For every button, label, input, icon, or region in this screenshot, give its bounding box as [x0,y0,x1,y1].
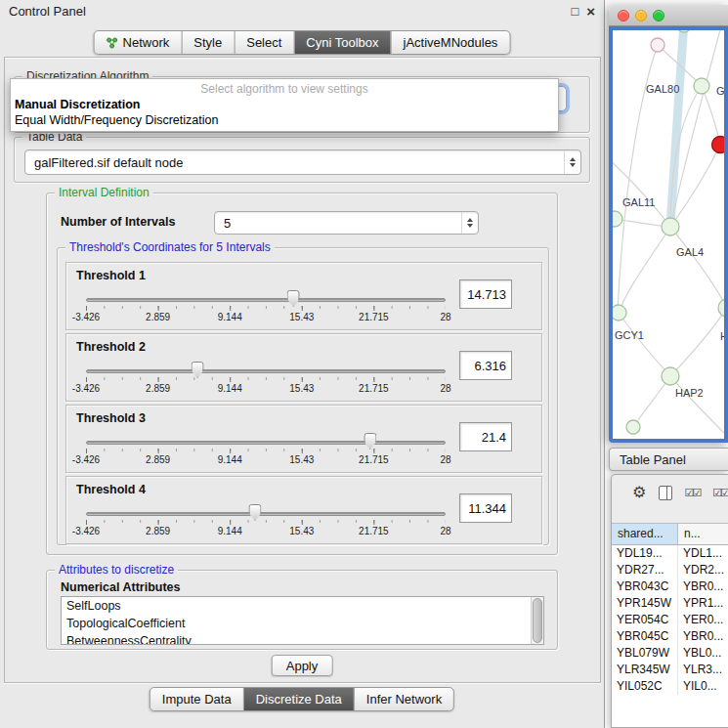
slider-track[interactable] [86,369,446,373]
scale-label: 28 [440,383,450,394]
algorithm-dropdown-popup: Select algorithm to view settings Manual… [10,78,559,132]
threshold-1-slider[interactable]: -3.426 2.859 9.144 15.43 21.715 28 [86,292,446,325]
numerical-attributes-label: Numerical Attributes [61,580,180,594]
table-row[interactable]: YER054CYER0... [612,612,728,628]
close-panel-icon[interactable]: × [586,5,595,18]
table-row[interactable]: YBR043CYBR0... [612,578,728,595]
node-label-gal11: GAL11 [622,196,655,208]
network-node[interactable] [718,299,724,317]
threshold-1-value-field[interactable]: 14.713 [459,279,512,309]
control-panel-window: Control Panel □ × Network Style Select C… [0,0,605,728]
minimize-window-icon[interactable] [635,10,647,21]
threshold-3-box: Threshold 3 -3.426 2.859 9.144 15.43 21.… [65,405,542,473]
network-view-frame: GAL80 GA GAL11 GAL4 GCY1 H HAP2 [609,26,728,443]
zoom-window-icon[interactable] [653,10,664,21]
slider-thumb[interactable] [364,433,376,450]
table-row[interactable]: YDL19...YDL1... [612,545,728,562]
threshold-3-slider[interactable]: -3.426 2.859 9.144 15.43 21.715 28 [86,435,446,468]
column-header-name[interactable]: n... [678,524,728,544]
dropdown-placeholder-item[interactable]: Select algorithm to view settings [11,82,558,97]
threshold-3-value-field[interactable]: 21.4 [459,422,512,451]
float-panel-icon[interactable]: □ [571,5,578,18]
tab-select[interactable]: Select [235,31,294,54]
gear-icon[interactable]: ⚙ [632,485,646,500]
slider-track[interactable] [86,441,446,445]
network-node-gal11[interactable] [613,211,622,227]
tab-jactivemnodules[interactable]: jActiveMNodules [392,31,510,54]
tab-label: Select [246,35,281,50]
cell: YDL19... [612,545,678,562]
list-item[interactable]: TopologicalCoefficient [62,615,543,632]
num-intervals-value: 5 [224,216,231,231]
tab-network[interactable]: Network [95,31,183,54]
slider-thumb[interactable] [192,362,204,378]
scrollbar-thumb[interactable] [533,598,542,643]
network-node-gal4[interactable] [662,218,679,236]
numerical-attributes-list: SelfLoops TopologicalCoefficient Between… [61,596,544,645]
num-intervals-select[interactable]: 5 [214,211,479,235]
close-window-icon[interactable] [618,10,629,21]
list-scrollbar[interactable] [531,597,543,644]
network-window-titlebar [609,5,728,26]
column-header-shared-name[interactable]: shared... [612,524,678,544]
slider-thumb[interactable] [248,504,261,521]
scale-label: 9.144 [218,526,242,536]
table-data-select[interactable]: galFiltered.sif default node [24,150,581,175]
tab-label: Network [123,35,170,50]
attributes-to-discretize-group: Attributes to discretize Numerical Attri… [46,570,558,650]
tab-discretize-data[interactable]: Discretize Data [244,688,355,710]
cell: YER054C [612,612,678,628]
cell: YBR0... [678,578,728,595]
tab-impute-data[interactable]: Impute Data [150,688,244,710]
thresholds-coordinates-group: Threshold's Coordinates for 5 Intervals … [57,247,549,545]
scale-label: -3.426 [72,312,100,322]
scale-label: -3.426 [72,454,100,465]
table-row[interactable]: YBR045CYBR0... [612,628,728,645]
table-row[interactable]: YDR27...YDR2... [612,562,728,578]
tab-infer-network[interactable]: Infer Network [355,688,453,710]
table-row[interactable]: YBL079WYBL0... [612,645,728,662]
table-row[interactable]: YLR345WYLR3... [612,662,728,678]
scale-label: 21.715 [359,383,389,394]
table-row[interactable]: YIL052CYIL0... [612,678,728,695]
tab-label: Style [193,35,222,50]
network-node-hap2[interactable] [662,367,679,385]
scale-label: 21.715 [359,312,389,322]
panel-title: Control Panel [9,4,86,19]
threshold-2-label: Threshold 2 [76,340,146,354]
threshold-4-value-field[interactable]: 11.344 [459,493,512,523]
network-icon [107,37,118,49]
slider-ticks [86,449,446,453]
cell: YBL0... [678,645,728,662]
tab-cyni-toolbox[interactable]: Cyni Toolbox [294,31,391,54]
scale-label: 9.144 [218,454,242,465]
threshold-2-value-field[interactable]: 6.316 [459,351,512,380]
selection-mode-checkbox-icon[interactable]: ☑☑ [712,485,728,500]
network-node[interactable] [626,420,640,434]
network-node[interactable] [676,30,692,32]
dropdown-option-equal-width-frequency[interactable]: Equal Width/Frequency Discretization [11,112,558,128]
apply-button[interactable]: Apply [272,655,333,676]
network-node-gcy1[interactable] [613,305,626,321]
slider-thumb[interactable] [287,290,300,307]
threshold-4-slider[interactable]: -3.426 2.859 9.144 15.43 21.715 28 [86,506,446,539]
list-item[interactable]: BetweennessCentrality [62,632,543,645]
table-data-selected-value: galFiltered.sif default node [34,155,183,170]
cyni-bottom-tab-bar: Impute Data Discretize Data Infer Networ… [150,687,454,711]
slider-track[interactable] [86,298,446,302]
network-node-selected[interactable] [712,137,725,153]
threshold-2-slider[interactable]: -3.426 2.859 9.144 15.43 21.715 28 [86,364,446,397]
scale-label: 28 [440,526,450,536]
network-node-gal80[interactable] [694,78,709,94]
slider-track[interactable] [86,512,446,516]
network-canvas[interactable]: GAL80 GA GAL11 GAL4 GCY1 H HAP2 [613,30,724,439]
scale-label: 15.43 [289,312,314,322]
scale-label: 15.43 [289,526,314,536]
columns-icon[interactable] [659,486,671,500]
table-row[interactable]: YPR145WYPR1... [612,595,728,612]
select-all-checkbox-icon[interactable]: ☑☑ [685,485,701,500]
tab-style[interactable]: Style [182,31,235,54]
dropdown-option-manual-discretization[interactable]: Manual Discretization [11,97,558,112]
network-node[interactable] [651,38,664,52]
list-item[interactable]: SelfLoops [62,597,543,615]
